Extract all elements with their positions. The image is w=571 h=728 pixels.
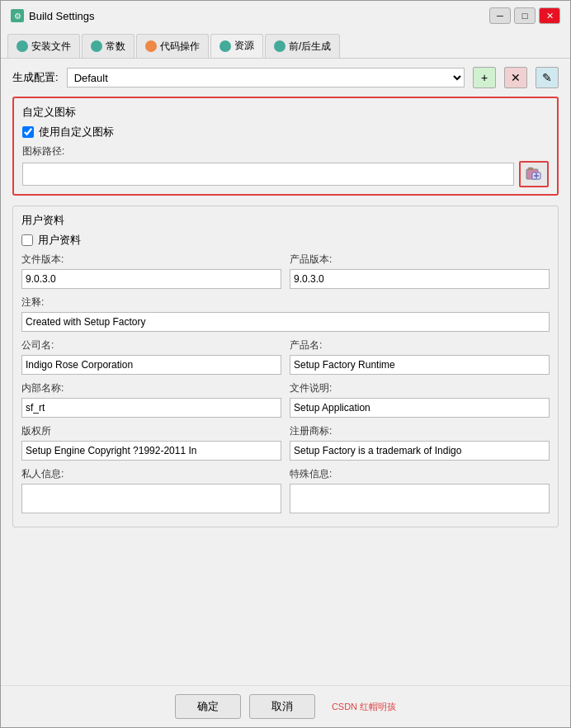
user-info-section: 用户资料 用户资料 文件版本: 产品版本: 注释: xyxy=(12,206,559,527)
tab-constants[interactable]: 常数 xyxy=(82,34,134,58)
browse-icon xyxy=(526,166,542,182)
file-version-group: 文件版本: xyxy=(21,253,281,289)
maximize-button[interactable]: □ xyxy=(514,7,536,24)
icon-path-label: 图标路径: xyxy=(22,144,549,158)
custom-icon-section: 自定义图标 使用自定义图标 图标路径: xyxy=(12,97,559,196)
file-desc-input[interactable] xyxy=(290,398,550,418)
trademark-input[interactable] xyxy=(290,441,550,461)
build-config-row: 生成配置: Default + ✕ ✎ xyxy=(12,67,559,88)
private-group: 私人信息: xyxy=(21,467,281,513)
tab-icon-code-actions xyxy=(145,40,157,52)
tab-label-resources: 资源 xyxy=(234,39,254,53)
tab-label-install-files: 安装文件 xyxy=(31,40,71,54)
tab-bar: 安装文件 常数 代码操作 资源 前/后生成 xyxy=(1,29,570,59)
version-row: 文件版本: 产品版本: xyxy=(21,253,550,289)
content-area: 生成配置: Default + ✕ ✎ 自定义图标 使用自定义图标 图标路径: xyxy=(1,59,570,685)
tab-resources[interactable]: 资源 xyxy=(210,34,263,58)
trademark-label: 注册商标: xyxy=(290,424,550,438)
special-label: 特殊信息: xyxy=(290,467,550,481)
title-controls: ─ □ ✕ xyxy=(489,7,560,24)
private-special-row: 私人信息: 特殊信息: xyxy=(21,467,550,513)
close-button[interactable]: ✕ xyxy=(539,7,560,24)
internal-input[interactable] xyxy=(21,398,281,418)
company-group: 公司名: xyxy=(21,338,281,375)
tab-label-code-actions: 代码操作 xyxy=(160,40,200,54)
title-bar-left: ⚙ Build Settings xyxy=(11,9,95,22)
company-label: 公司名: xyxy=(21,338,281,352)
private-label: 私人信息: xyxy=(21,467,281,481)
file-version-input[interactable] xyxy=(21,269,281,289)
private-input[interactable] xyxy=(21,484,281,513)
tab-icon-constants xyxy=(91,40,102,52)
build-settings-window: ⚙ Build Settings ─ □ ✕ 安装文件 常数 代码操作 资源 前… xyxy=(0,0,571,728)
company-product-row: 公司名: 产品名: xyxy=(21,338,550,375)
internal-label: 内部名称: xyxy=(21,381,281,395)
use-custom-icon-label: 使用自定义图标 xyxy=(39,125,114,139)
special-input[interactable] xyxy=(290,484,550,513)
tab-install-files[interactable]: 安装文件 xyxy=(7,34,80,58)
tab-label-pre-post: 前/后生成 xyxy=(289,40,331,54)
tab-icon-resources xyxy=(219,40,231,52)
svg-rect-1 xyxy=(528,168,533,170)
add-config-button[interactable]: + xyxy=(473,67,496,88)
user-info-title: 用户资料 xyxy=(21,213,550,228)
title-bar: ⚙ Build Settings ─ □ ✕ xyxy=(1,1,570,29)
icon-path-row xyxy=(22,161,549,187)
file-version-label: 文件版本: xyxy=(21,253,281,267)
internal-group: 内部名称: xyxy=(21,381,281,418)
comments-group: 注释: xyxy=(21,295,550,332)
copyright-trademark-row: 版权所 注册商标: xyxy=(21,424,550,461)
tab-icon-pre-post xyxy=(274,40,286,52)
build-config-label: 生成配置: xyxy=(12,70,59,85)
use-custom-icon-row: 使用自定义图标 xyxy=(22,125,549,139)
copyright-input[interactable] xyxy=(21,441,281,461)
product-input[interactable] xyxy=(290,355,550,375)
trademark-group: 注册商标: xyxy=(290,424,550,461)
tab-code-actions[interactable]: 代码操作 xyxy=(136,34,209,58)
edit-config-button[interactable]: ✎ xyxy=(536,67,559,88)
ok-button[interactable]: 确定 xyxy=(175,694,241,719)
window-icon: ⚙ xyxy=(11,9,24,22)
product-label: 产品名: xyxy=(290,338,550,352)
delete-config-button[interactable]: ✕ xyxy=(504,67,527,88)
special-group: 特殊信息: xyxy=(290,467,550,513)
custom-icon-title: 自定义图标 xyxy=(22,105,549,120)
use-info-checkbox[interactable] xyxy=(21,234,33,246)
use-info-label: 用户资料 xyxy=(38,233,81,248)
cancel-button[interactable]: 取消 xyxy=(249,694,315,719)
company-input[interactable] xyxy=(21,355,281,375)
tab-icon-install-files xyxy=(17,40,28,52)
watermark: CSDN 红帽明孩 xyxy=(332,701,396,713)
internal-filedesc-row: 内部名称: 文件说明: xyxy=(21,381,550,418)
tab-label-constants: 常数 xyxy=(106,40,125,54)
product-group: 产品名: xyxy=(290,338,550,375)
build-config-select[interactable]: Default xyxy=(67,68,465,87)
use-info-row: 用户资料 xyxy=(21,233,550,248)
file-desc-group: 文件说明: xyxy=(290,381,550,418)
comments-input[interactable] xyxy=(21,312,550,332)
product-version-input[interactable] xyxy=(290,269,550,289)
file-desc-label: 文件说明: xyxy=(290,381,550,395)
comments-label: 注释: xyxy=(21,295,550,310)
product-version-group: 产品版本: xyxy=(290,253,550,289)
footer: 确定 取消 CSDN 红帽明孩 xyxy=(1,685,570,727)
copyright-label: 版权所 xyxy=(21,424,281,438)
use-custom-icon-checkbox[interactable] xyxy=(22,126,34,138)
icon-path-input[interactable] xyxy=(22,163,514,186)
copyright-group: 版权所 xyxy=(21,424,281,461)
product-version-label: 产品版本: xyxy=(290,253,550,267)
minimize-button[interactable]: ─ xyxy=(489,7,511,24)
tab-pre-post[interactable]: 前/后生成 xyxy=(265,34,340,58)
window-title: Build Settings xyxy=(29,10,95,22)
icon-browse-button[interactable] xyxy=(519,161,549,187)
